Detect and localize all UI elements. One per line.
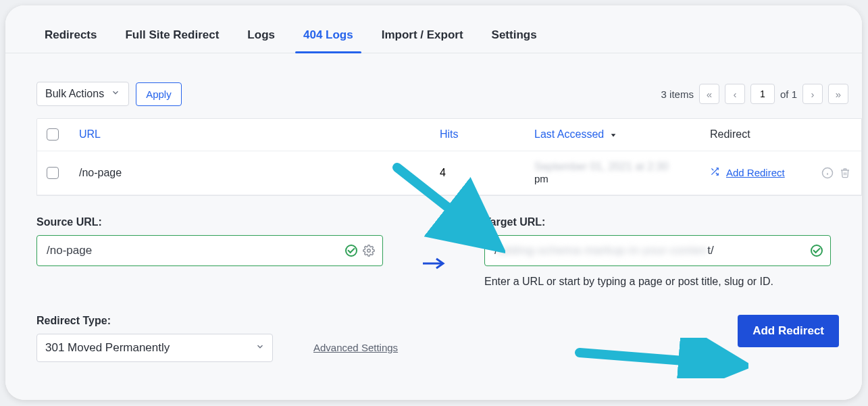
- redirect-type-select-wrap: 301 Moved Permanently: [36, 334, 273, 362]
- tab-bar: Redirects Full Site Redirect Logs 404 Lo…: [5, 22, 862, 53]
- trash-icon[interactable]: [838, 166, 852, 180]
- shuffle-icon: [710, 167, 719, 179]
- row-actions: [821, 166, 852, 180]
- row-checkbox[interactable]: [47, 167, 59, 179]
- items-count: 3 items: [661, 88, 694, 100]
- col-hits[interactable]: Hits: [440, 128, 534, 141]
- col-redirect: Redirect: [710, 128, 852, 141]
- source-url-label: Source URL:: [36, 216, 383, 228]
- col-url[interactable]: URL: [79, 128, 440, 141]
- row-last-accessed-suffix: pm: [534, 173, 548, 184]
- page-first-button[interactable]: «: [699, 84, 719, 104]
- table-header-row: URL Hits Last Accessed Redirect: [37, 119, 861, 151]
- apply-button[interactable]: Apply: [136, 82, 182, 106]
- col-last-accessed-label: Last Accessed: [534, 128, 604, 140]
- info-icon[interactable]: [821, 166, 834, 180]
- form-row-urls: Source URL: Target URL:: [36, 216, 831, 288]
- check-icon: [345, 245, 357, 257]
- chevron-down-icon: [111, 88, 120, 100]
- redirect-form: Source URL: Target URL:: [5, 196, 862, 362]
- page-current-input[interactable]: [750, 84, 775, 104]
- target-url-input-wrap: / adding-schema-markup-in-your-conten t/: [484, 235, 831, 266]
- target-url-helper: Enter a URL or start by typing a page or…: [484, 276, 831, 288]
- redirect-type-label: Redirect Type:: [36, 315, 273, 327]
- bulk-actions-label: Bulk Actions: [45, 88, 104, 100]
- svg-point-7: [367, 249, 371, 253]
- tab-logs[interactable]: Logs: [247, 22, 275, 53]
- check-icon: [811, 245, 823, 257]
- gear-icon[interactable]: [363, 245, 375, 257]
- toolbar-left: Bulk Actions Apply: [36, 82, 182, 106]
- redirect-type-group: Redirect Type: 301 Moved Permanently: [36, 315, 273, 362]
- tab-redirects[interactable]: Redirects: [45, 22, 97, 53]
- tab-full-site-redirect[interactable]: Full Site Redirect: [125, 22, 219, 53]
- target-url-blur: adding-schema-markup-in-your-conten: [498, 244, 707, 257]
- pagination: 3 items « ‹ of 1 › »: [661, 84, 848, 104]
- logs-table: URL Hits Last Accessed Redirect /no-page…: [36, 118, 862, 196]
- app-frame: Redirects Full Site Redirect Logs 404 Lo…: [5, 5, 862, 400]
- toolbar: Bulk Actions Apply 3 items « ‹ of 1 › »: [5, 53, 862, 118]
- app-inner: Redirects Full Site Redirect Logs 404 Lo…: [5, 5, 862, 400]
- row-url: /no-page: [79, 167, 440, 179]
- page-of-label: of 1: [780, 88, 797, 100]
- tab-settings[interactable]: Settings: [492, 22, 537, 53]
- target-url-group: Target URL: / adding-schema-markup-in-yo…: [484, 216, 831, 288]
- select-all-checkbox[interactable]: [47, 128, 59, 141]
- page-next-button[interactable]: ›: [802, 84, 823, 104]
- col-last-accessed[interactable]: Last Accessed: [534, 128, 710, 141]
- tab-import-export[interactable]: Import / Export: [382, 22, 463, 53]
- table-row: /no-page 4 September 01, 2021 at 2:30 pm…: [37, 151, 861, 195]
- tab-404-logs[interactable]: 404 Logs: [303, 22, 353, 53]
- target-url-input[interactable]: / adding-schema-markup-in-your-conten t/: [484, 235, 831, 266]
- sort-desc-icon: [610, 129, 617, 141]
- target-url-suffix: t/: [707, 244, 713, 257]
- bulk-actions-select[interactable]: Bulk Actions: [36, 82, 129, 106]
- advanced-settings-link[interactable]: Advanced Settings: [313, 342, 398, 353]
- row-last-accessed: September 01, 2021 at 2:30 pm: [534, 161, 710, 185]
- page-last-button[interactable]: »: [828, 84, 848, 104]
- redirect-type-row: Redirect Type: 301 Moved Permanently Adv…: [36, 315, 831, 362]
- add-redirect-button[interactable]: Add Redirect: [738, 315, 839, 347]
- source-url-input[interactable]: [36, 235, 383, 266]
- source-url-group: Source URL:: [36, 216, 383, 266]
- row-redirect: Add Redirect: [710, 166, 852, 180]
- svg-marker-0: [611, 134, 615, 136]
- row-last-accessed-date: September 01, 2021 at 2:30: [534, 161, 710, 173]
- page-prev-button[interactable]: ‹: [725, 84, 745, 104]
- source-url-input-wrap: [36, 235, 383, 266]
- redirect-type-select[interactable]: 301 Moved Permanently: [36, 334, 273, 362]
- target-url-label: Target URL:: [484, 216, 831, 228]
- row-hits: 4: [440, 167, 534, 179]
- svg-line-3: [711, 168, 713, 170]
- add-redirect-link[interactable]: Add Redirect: [726, 167, 785, 178]
